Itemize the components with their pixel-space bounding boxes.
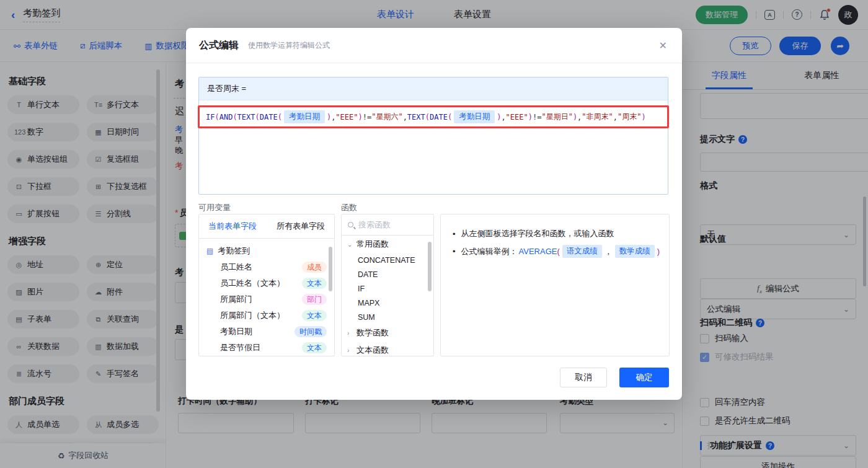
formula-token: ): [327, 113, 331, 121]
function-group-label: 常用函数: [356, 239, 389, 250]
variable-name: 所属部门: [220, 294, 252, 305]
variables-tabs: 当前表单字段 所有表单字段: [199, 214, 334, 239]
formula-token: TEXT: [237, 113, 255, 121]
hint-example-prefix: 公式编辑举例：: [461, 246, 518, 257]
formula-token: "周末": [618, 112, 641, 122]
formula-token: ): [497, 113, 501, 121]
formula-token: TEXT: [407, 113, 425, 121]
formula-token: (: [255, 113, 260, 121]
chevron-down-icon: ⌄: [347, 241, 353, 248]
function-item-SUM[interactable]: SUM: [342, 310, 433, 324]
variable-row-所属部门[interactable]: 所属部门部门: [199, 291, 334, 307]
formula-token: ): [528, 113, 533, 121]
formula-token: "EEE": [335, 113, 358, 121]
formula-token: (: [425, 113, 430, 121]
functions-panel: 搜索函数 ⌄常用函数CONCATENATEDATEIFMAPXSUM›数学函数›…: [341, 214, 434, 356]
hint-example-function: AVERAGE: [519, 247, 557, 256]
formula-editor-modal: 公式编辑 使用数学运算符编辑公式 ✕ 是否周末 = IF(AND(TEXT(DA…: [186, 28, 682, 400]
formula-token: ,: [613, 113, 618, 121]
formula-token: ,: [331, 113, 335, 121]
function-item-DATE[interactable]: DATE: [342, 267, 433, 281]
variable-name: 是否节假日: [220, 342, 260, 353]
formula-result-label: 是否周末 =: [199, 77, 668, 100]
function-group-label: 数学函数: [356, 327, 389, 338]
variables-list: ▤ 考勤签到 员工姓名成员员工姓名（文本）文本所属部门部门所属部门（文本）文本考…: [199, 239, 334, 356]
close-icon[interactable]: ✕: [659, 40, 667, 51]
function-search-input[interactable]: 搜索函数: [342, 214, 433, 236]
formula-token: !=: [533, 113, 541, 121]
formula-token: !=: [363, 113, 371, 121]
formula-token: "EEE": [506, 113, 528, 121]
variable-row-所属部门（文本）[interactable]: 所属部门（文本）文本: [199, 307, 334, 324]
variable-type-badge: 文本: [302, 310, 327, 321]
formula-token: ): [573, 113, 577, 121]
functions-label: 函数: [341, 202, 357, 213]
variable-name: 员工姓名（文本）: [220, 278, 285, 289]
modal-header: 公式编辑 使用数学运算符编辑公式 ✕: [186, 28, 682, 63]
variable-name: 考勤日期: [220, 326, 252, 337]
formula-token: (: [448, 113, 452, 121]
variable-type-badge: 时间戳: [294, 326, 327, 337]
formula-token: ,: [577, 113, 582, 121]
hints-panel: • 从左侧面板选择字段名和函数，或输入函数 • 公式编辑举例：AVERAGE(语…: [440, 214, 670, 356]
variable-row-员工姓名[interactable]: 员工姓名成员: [199, 259, 334, 275]
formula-token: (: [557, 247, 559, 256]
form-node[interactable]: ▤ 考勤签到: [199, 243, 334, 259]
variable-row-是否节假日[interactable]: 是否节假日文本: [199, 340, 334, 356]
formula-editor[interactable]: 是否周末 = IF(AND(TEXT(DATE(考勤日期),"EEE")!="星…: [198, 77, 668, 195]
formula-token: ): [358, 113, 362, 121]
formula-token: ): [641, 113, 645, 121]
field-chip-考勤日期[interactable]: 考勤日期: [454, 110, 495, 123]
formula-token: "星期日": [541, 112, 572, 122]
tab-current-form-fields[interactable]: 当前表单字段: [208, 221, 257, 232]
field-chip-数学成绩[interactable]: 数学成绩: [615, 245, 655, 258]
formula-token: "星期六": [371, 112, 402, 122]
hint-line-1: • 从左侧面板选择字段名和函数，或输入函数: [453, 228, 657, 239]
cancel-button[interactable]: 取消: [560, 368, 607, 387]
formula-token: (: [278, 113, 282, 121]
field-chip-语文成绩[interactable]: 语文成绩: [562, 245, 602, 258]
functions-scrollbar[interactable]: [428, 242, 432, 291]
tab-all-form-fields[interactable]: 所有表单字段: [277, 221, 325, 232]
formula-expression[interactable]: IF(AND(TEXT(DATE(考勤日期),"EEE")!="星期六",TEX…: [198, 105, 669, 128]
variable-type-badge: 部门: [302, 294, 327, 305]
formula-token: ,: [403, 113, 407, 121]
bullet: •: [453, 229, 456, 239]
variable-type-badge: 文本: [302, 342, 327, 353]
bullet: •: [453, 247, 456, 256]
chevron-right-icon: ›: [347, 347, 353, 354]
formula-token: DATE: [430, 113, 448, 121]
formula-token: IF: [206, 113, 215, 121]
chevron-right-icon: ›: [347, 330, 353, 337]
variable-name: 员工姓名: [220, 262, 252, 273]
function-item-MAPX[interactable]: MAPX: [342, 296, 433, 310]
variables-panel: 当前表单字段 所有表单字段 ▤ 考勤签到 员工姓名成员员工姓名（文本）文本所属部…: [198, 214, 335, 356]
form-icon: ▤: [206, 247, 213, 255]
variables-scrollbar[interactable]: [329, 247, 332, 291]
formula-token: ): [657, 247, 660, 256]
variable-type-badge: 成员: [302, 262, 327, 273]
field-chip-考勤日期[interactable]: 考勤日期: [284, 110, 325, 123]
formula-token: ,: [501, 113, 505, 121]
function-group-常用函数[interactable]: ⌄常用函数: [342, 236, 433, 253]
formula-token: (: [215, 113, 219, 121]
functions-tree: ⌄常用函数CONCATENATEDATEIFMAPXSUM›数学函数›文本函数: [342, 236, 433, 356]
formula-token: DATE: [260, 113, 278, 121]
function-group-数学函数[interactable]: ›数学函数: [342, 324, 433, 342]
variables-label: 可用变量: [198, 202, 231, 213]
variable-type-badge: 文本: [302, 278, 327, 289]
function-group-label: 文本函数: [356, 345, 389, 356]
search-icon: [348, 222, 353, 227]
hint-line-2: • 公式编辑举例：AVERAGE(语文成绩，数学成绩): [453, 245, 657, 258]
confirm-button[interactable]: 确定: [619, 368, 669, 387]
function-item-IF[interactable]: IF: [342, 281, 433, 296]
variable-name: 所属部门（文本）: [220, 310, 285, 321]
variable-row-考勤日期[interactable]: 考勤日期时间戳: [199, 324, 334, 340]
formula-token: ，: [604, 246, 613, 257]
function-item-CONCATENATE[interactable]: CONCATENATE: [342, 253, 433, 267]
modal-title: 公式编辑: [199, 39, 239, 52]
formula-token: AND: [219, 113, 233, 121]
variable-row-员工姓名（文本）[interactable]: 员工姓名（文本）文本: [199, 275, 334, 291]
modal-subtitle: 使用数学运算符编辑公式: [248, 40, 330, 51]
function-group-文本函数[interactable]: ›文本函数: [342, 342, 433, 356]
